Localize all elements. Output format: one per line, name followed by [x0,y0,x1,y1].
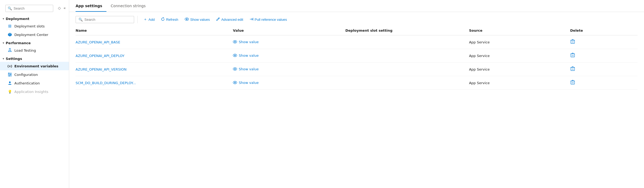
eye-icon [233,67,237,71]
sidebar-section-settings[interactable]: ▾ Settings [0,55,69,62]
sidebar-item-label: Environment variables [14,64,58,68]
sidebar-section-deployment[interactable]: ▾ Deployment [0,15,69,22]
sidebar-item-label: Application Insights [14,90,48,94]
chevron-down-icon: ▾ [3,57,4,60]
flask-icon [7,48,12,53]
toolbar-search-icon: 🔍 [79,18,83,22]
svg-point-33 [234,68,236,70]
sidebar-section-performance[interactable]: ▾ Performance [0,39,69,46]
variable-icon: {x} [7,64,12,68]
table-row: SCM_DO_BUILD_DURING_DEPLOY... Show value… [76,76,638,90]
row-1-source: App Service [469,35,570,49]
pencil-icon [216,17,220,22]
show-values-button[interactable]: Show values [182,16,213,23]
row-1-delete-button[interactable] [570,40,575,45]
arrow-right-icon [250,17,253,22]
sidebar-item-deployment-slots[interactable]: ⊞ Deployment slots [0,22,69,30]
svg-rect-6 [9,73,9,74]
cube-icon [7,32,12,37]
grid-icon: ⊞ [7,24,12,28]
tab-connection-strings[interactable]: Connection strings [111,0,150,12]
sidebar-item-configuration[interactable]: Configuration [0,70,69,79]
sidebar-item-load-testing[interactable]: Load Testing [0,46,69,55]
row-2-value-label: Show value [239,54,259,58]
sidebar-item-environment-variables[interactable]: {x} Environment variables [0,62,69,70]
sidebar-item-label: Load Testing [14,48,36,52]
advanced-edit-button[interactable]: Advanced edit [213,16,246,23]
sidebar-search-container[interactable]: 🔍 [5,5,53,12]
col-header-deployment-slot: Deployment slot setting [345,26,469,35]
sidebar-item-label: Authentication [14,81,40,85]
table-container: Name Value Deployment slot setting Sourc… [69,26,644,188]
sidebar-search-icon: 🔍 [8,6,12,10]
main-content: App settings Connection strings 🔍 ＋ Add … [69,0,644,188]
refresh-label: Refresh [166,18,178,22]
pull-reference-label: Pull reference values [255,18,287,22]
row-2-deployment-slot [345,49,469,63]
sidebar-item-label: Deployment slots [14,24,45,28]
row-4-deployment-slot [345,76,469,90]
toolbar-search-container[interactable]: 🔍 [76,16,134,23]
row-2-name-link[interactable]: AZURE_OPENAI_API_DEPLOY [76,54,125,58]
sidebar-item-application-insights[interactable]: 💡 Application Insights [0,87,69,96]
sidebar-collapse-icon[interactable]: « [63,5,66,11]
row-4-name-link[interactable]: SCM_DO_BUILD_DURING_DEPLOY... [76,81,136,85]
svg-rect-34 [571,67,575,71]
table-row: AZURE_OPENAI_API_VERSION Show value App … [76,63,638,76]
sidebar-pin-icon[interactable]: ◇ [57,5,61,11]
row-1-show-value-btn[interactable]: Show value [233,40,259,44]
row-3-delete-button[interactable] [570,67,575,72]
eye-icon [233,54,237,57]
sidebar-section-settings-label: Settings [6,57,22,61]
eye-icon [233,81,237,84]
sidebar: 🔍 ◇ « ▾ Deployment ⊞ Deployment slots De… [0,0,69,188]
sidebar-search-input[interactable] [14,6,51,10]
chevron-down-icon: ▾ [3,41,4,45]
svg-rect-25 [571,54,575,57]
svg-point-24 [234,55,236,56]
col-header-name: Name [76,26,233,35]
svg-rect-43 [571,81,575,84]
row-4-show-value-btn[interactable]: Show value [233,81,259,85]
svg-point-9 [9,81,11,83]
svg-rect-5 [8,76,12,76]
svg-point-15 [234,41,236,43]
svg-point-11 [186,19,187,20]
refresh-button[interactable]: Refresh [158,16,181,23]
add-button[interactable]: ＋ Add [141,16,157,23]
plus-icon: ＋ [143,17,147,22]
person-icon [7,81,12,85]
col-header-source: Source [469,26,570,35]
config-icon [7,72,12,77]
show-values-label: Show values [190,18,210,22]
row-2-source: App Service [469,49,570,63]
svg-point-42 [234,82,236,83]
row-2-delete-button[interactable] [570,54,575,59]
tab-app-settings[interactable]: App settings [76,0,106,12]
tabs-bar: App settings Connection strings [69,0,644,12]
eye-icon [233,40,237,43]
sidebar-section-deployment-label: Deployment [6,17,30,21]
row-4-source: App Service [469,76,570,90]
row-4-delete-button[interactable] [570,81,575,86]
sidebar-item-label: Deployment Center [14,33,48,37]
pull-reference-button[interactable]: Pull reference values [247,16,290,23]
row-2-show-value-btn[interactable]: Show value [233,54,259,58]
row-3-value-label: Show value [239,67,259,71]
sidebar-item-deployment-center[interactable]: Deployment Center [0,30,69,39]
sidebar-item-authentication[interactable]: Authentication [0,79,69,87]
svg-rect-16 [571,40,575,43]
settings-table: Name Value Deployment slot setting Sourc… [76,26,638,90]
toolbar-search-input[interactable] [84,18,116,22]
col-header-value: Value [233,26,345,35]
row-4-value-label: Show value [239,81,259,85]
row-3-show-value-btn[interactable]: Show value [233,67,259,71]
row-3-name-link[interactable]: AZURE_OPENAI_API_VERSION [76,67,127,71]
sidebar-section-performance-label: Performance [6,41,31,45]
svg-rect-8 [9,75,10,76]
row-1-name-link[interactable]: AZURE_OPENAI_API_BASE [76,40,120,44]
row-3-deployment-slot [345,63,469,76]
row-1-deployment-slot [345,35,469,49]
add-label: Add [148,18,155,22]
sidebar-item-label: Configuration [14,73,38,77]
